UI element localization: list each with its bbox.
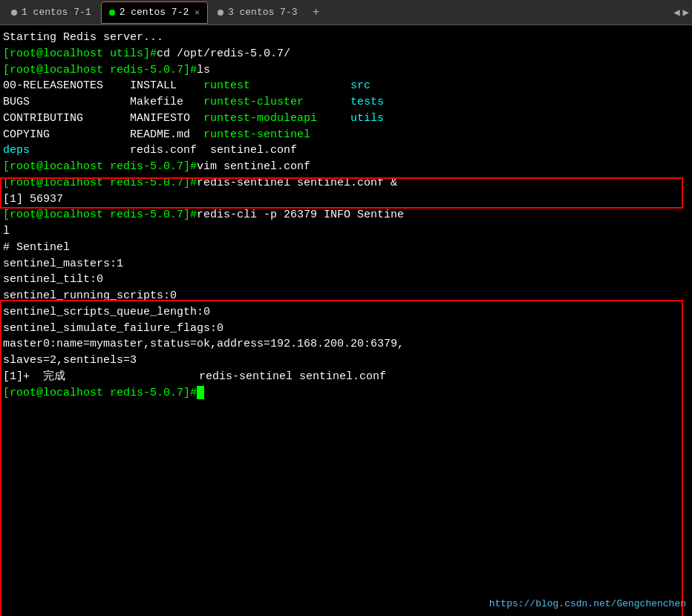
- terminal-line-15: sentinel_masters:1: [3, 256, 689, 272]
- terminal-line-9: [root@localhost redis-5.0.7]#vim sentine…: [3, 159, 689, 175]
- terminal-line-3: [root@localhost redis-5.0.7]#ls: [3, 62, 689, 79]
- terminal-line-17: sentinel_running_scripts:0: [3, 288, 689, 304]
- terminal-line-12: [root@localhost redis-5.0.7]#redis-cli -…: [3, 207, 689, 223]
- tab-1-label: 1 centos 7-1: [22, 7, 91, 18]
- terminal-line-23: [root@localhost redis-5.0.7]#: [3, 385, 689, 402]
- terminal-line-10: [root@localhost redis-5.0.7]#redis-senti…: [3, 175, 689, 191]
- terminal-line-1: Starting Redis server...: [3, 30, 689, 46]
- terminal-line-13: l: [3, 223, 689, 240]
- tab-1-dot: [11, 10, 17, 16]
- terminal-line-19: sentinel_simulate_failure_flags:0: [3, 321, 689, 337]
- terminal-line-20: master0:name=mymaster,status=ok,address=…: [3, 336, 689, 353]
- tab-2-dot: [109, 10, 115, 16]
- terminal-line-11: [1] 56937: [3, 191, 689, 208]
- tab-1[interactable]: 1 centos 7-1: [3, 1, 99, 24]
- terminal-line-6: CONTRIBUTING MANIFESTO runtest-moduleapi…: [3, 111, 689, 127]
- terminal[interactable]: Starting Redis server... [root@localhost…: [0, 25, 692, 616]
- cursor: [197, 386, 204, 399]
- tab-bar: 1 centos 7-1 2 centos 7-2 ✕ 3 centos 7-3…: [0, 0, 692, 25]
- watermark: https://blog.csdn.net/Gengchenchen: [489, 597, 686, 612]
- tab-3-dot: [218, 10, 223, 16]
- nav-arrows: ◀ ▶: [673, 6, 689, 19]
- terminal-line-2: [root@localhost utils]#cd /opt/redis-5.0…: [3, 46, 689, 62]
- terminal-line-18: sentinel_scripts_queue_length:0: [3, 304, 689, 321]
- terminal-line-5: BUGS Makefile runtest-cluster tests: [3, 94, 689, 111]
- tab-add-button[interactable]: +: [307, 4, 325, 22]
- nav-right-icon[interactable]: ▶: [683, 6, 689, 19]
- tab-2-label: 2 centos 7-2: [120, 7, 189, 18]
- tab-3[interactable]: 3 centos 7-3: [209, 1, 306, 24]
- nav-left-icon[interactable]: ◀: [673, 6, 679, 19]
- terminal-line-7: COPYING README.md runtest-sentinel: [3, 127, 689, 143]
- terminal-line-4: 00-RELEASENOTES INSTALL runtest src: [3, 78, 689, 94]
- terminal-line-21: slaves=2,sentinels=3: [3, 353, 689, 369]
- terminal-line-8: deps redis.conf sentinel.conf: [3, 142, 689, 159]
- terminal-line-16: sentinel_tilt:0: [3, 272, 689, 288]
- terminal-line-14: # Sentinel: [3, 240, 689, 256]
- tab-2-close[interactable]: ✕: [195, 7, 200, 17]
- terminal-line-22: [1]+ 完成 redis-sentinel sentinel.conf: [3, 369, 689, 385]
- tab-3-label: 3 centos 7-3: [228, 7, 298, 18]
- tab-2[interactable]: 2 centos 7-2 ✕: [101, 1, 208, 24]
